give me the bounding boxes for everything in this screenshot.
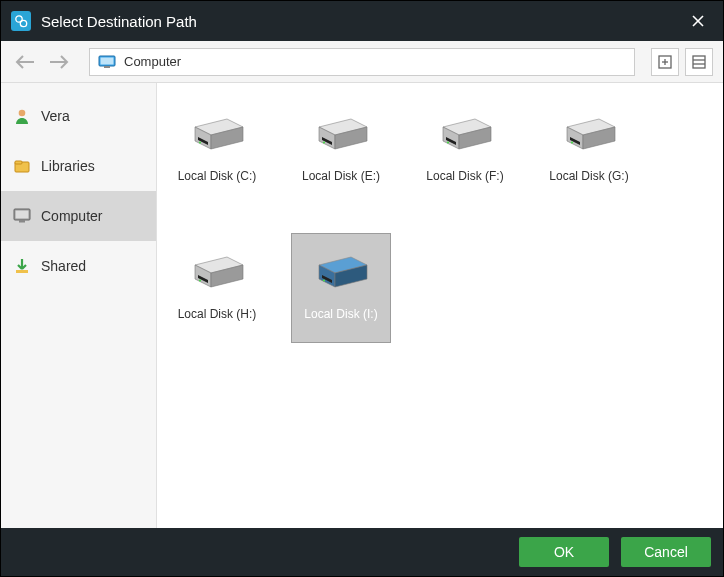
computer-icon <box>98 55 116 69</box>
back-button[interactable] <box>11 48 39 76</box>
disk-label: Local Disk (I:) <box>304 307 377 321</box>
svg-point-39 <box>571 141 573 143</box>
svg-rect-19 <box>16 270 28 273</box>
svg-rect-18 <box>19 220 25 223</box>
footer: OK Cancel <box>1 528 723 576</box>
sidebar-item-label: Vera <box>41 108 70 124</box>
disk-grid: Local Disk (C:)Local Disk (E:)Local Disk… <box>167 95 713 343</box>
sidebar-item-shared[interactable]: Shared <box>1 241 156 291</box>
disk-icon <box>187 255 247 295</box>
disk-label: Local Disk (G:) <box>549 169 628 183</box>
svg-point-1 <box>20 20 26 26</box>
cancel-button[interactable]: Cancel <box>621 537 711 567</box>
disk-label: Local Disk (C:) <box>178 169 257 183</box>
titlebar: Select Destination Path <box>1 1 723 41</box>
svg-point-34 <box>447 141 449 143</box>
libraries-icon <box>13 157 31 175</box>
dialog-window: Select Destination Path Computer VeraLib… <box>0 0 724 577</box>
disk-icon <box>435 117 495 157</box>
path-label: Computer <box>124 54 181 69</box>
sidebar-item-label: Computer <box>41 208 102 224</box>
disk-icon <box>187 117 247 157</box>
disk-item[interactable]: Local Disk (G:) <box>539 95 639 205</box>
disk-item[interactable]: Local Disk (F:) <box>415 95 515 205</box>
svg-point-13 <box>19 110 26 117</box>
close-button[interactable] <box>683 6 713 36</box>
disk-label: Local Disk (E:) <box>302 169 380 183</box>
disk-item[interactable]: Local Disk (E:) <box>291 95 391 205</box>
shared-icon <box>13 257 31 275</box>
view-list-button[interactable] <box>685 48 713 76</box>
disk-item[interactable]: Local Disk (C:) <box>167 95 267 205</box>
disk-item[interactable]: Local Disk (I:) <box>291 233 391 343</box>
disk-label: Local Disk (F:) <box>426 169 503 183</box>
sidebar-item-vera[interactable]: Vera <box>1 91 156 141</box>
svg-point-24 <box>199 141 201 143</box>
disk-icon <box>311 117 371 157</box>
dialog-title: Select Destination Path <box>41 13 683 30</box>
sidebar-item-libraries[interactable]: Libraries <box>1 141 156 191</box>
sidebar-item-computer[interactable]: Computer <box>1 191 156 241</box>
disk-item[interactable]: Local Disk (H:) <box>167 233 267 343</box>
disk-icon <box>311 255 371 295</box>
sidebar-item-label: Libraries <box>41 158 95 174</box>
svg-rect-15 <box>15 161 22 164</box>
svg-point-29 <box>323 141 325 143</box>
svg-rect-5 <box>101 57 114 64</box>
computer-icon <box>13 207 31 225</box>
path-bar[interactable]: Computer <box>89 48 635 76</box>
app-icon <box>11 11 31 31</box>
svg-point-44 <box>199 279 201 281</box>
svg-rect-6 <box>104 66 110 68</box>
svg-point-49 <box>323 279 325 281</box>
svg-rect-17 <box>16 211 29 219</box>
toolbar: Computer <box>1 41 723 83</box>
new-folder-button[interactable] <box>651 48 679 76</box>
sidebar: VeraLibrariesComputerShared <box>1 83 157 528</box>
user-icon <box>13 107 31 125</box>
ok-button[interactable]: OK <box>519 537 609 567</box>
forward-button[interactable] <box>45 48 73 76</box>
disk-icon <box>559 117 619 157</box>
content-area: Local Disk (C:)Local Disk (E:)Local Disk… <box>157 83 723 528</box>
body: VeraLibrariesComputerShared Local Disk (… <box>1 83 723 528</box>
sidebar-item-label: Shared <box>41 258 86 274</box>
disk-label: Local Disk (H:) <box>178 307 257 321</box>
svg-rect-10 <box>693 56 705 68</box>
